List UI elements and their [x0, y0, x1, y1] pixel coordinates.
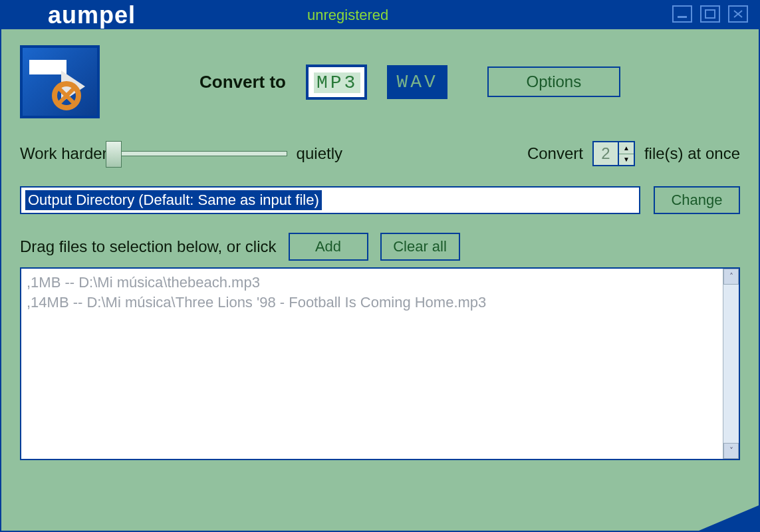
svg-rect-0 — [678, 16, 687, 18]
concurrency-value[interactable] — [594, 142, 618, 165]
format-wav-label: WAV — [394, 72, 440, 92]
priority-right-label: quietly — [297, 144, 342, 163]
format-mp3-button[interactable]: MP3 — [306, 65, 367, 100]
format-wav-button[interactable]: WAV — [387, 65, 447, 99]
concurrency-spinner[interactable]: ▲ ▼ — [592, 141, 635, 166]
scroll-up-button[interactable]: ˄ — [723, 269, 739, 285]
convert-to-label: Convert to — [199, 72, 286, 92]
add-button[interactable]: Add — [289, 233, 368, 261]
spinner-down-button[interactable]: ▼ — [619, 154, 634, 166]
output-directory-field[interactable]: Output Directory (Default: Same as input… — [20, 186, 640, 214]
top-row: Convert to MP3 WAV Options — [20, 45, 740, 118]
concurrency-prefix: Convert — [527, 144, 583, 163]
options-button[interactable]: Options — [487, 66, 620, 97]
app-title: aumpel — [48, 1, 136, 29]
content-area: Convert to MP3 WAV Options Work harder q… — [1, 29, 759, 531]
close-button[interactable] — [728, 5, 748, 23]
priority-slider[interactable] — [117, 151, 287, 156]
app-window: aumpel unregistered Convert to MP3 — [0, 0, 760, 532]
priority-left-label: Work harder — [20, 144, 108, 163]
minimize-button[interactable] — [672, 5, 692, 23]
clear-all-button[interactable]: Clear all — [380, 233, 460, 261]
list-item[interactable]: ,1MB -- D:\Mi música\thebeach.mp3 — [27, 273, 733, 293]
priority-row: Work harder quietly Convert ▲ ▼ file(s) … — [20, 141, 740, 166]
scrollbar[interactable]: ˄ ˅ — [723, 269, 739, 459]
titlebar: aumpel unregistered — [1, 1, 759, 29]
app-logo-icon — [20, 45, 100, 118]
format-mp3-label: MP3 — [313, 71, 360, 93]
file-list[interactable]: ,1MB -- D:\Mi música\thebeach.mp3 ,14MB … — [20, 267, 740, 460]
slider-thumb[interactable] — [106, 141, 122, 168]
spinner-up-button[interactable]: ▲ — [619, 142, 634, 154]
svg-rect-1 — [705, 10, 715, 18]
output-row: Output Directory (Default: Same as input… — [20, 186, 740, 214]
title-status: unregistered — [307, 7, 388, 24]
resize-grip-icon[interactable] — [699, 505, 759, 531]
minimize-icon — [677, 9, 688, 19]
change-button[interactable]: Change — [654, 186, 740, 214]
close-icon — [733, 9, 743, 19]
maximize-button[interactable] — [700, 5, 720, 23]
concurrency-suffix: file(s) at once — [644, 144, 740, 163]
maximize-icon — [705, 9, 715, 19]
scroll-down-button[interactable]: ˅ — [723, 443, 739, 459]
window-controls — [672, 5, 748, 23]
drag-instruction: Drag files to selection below, or click — [20, 237, 277, 256]
output-directory-text: Output Directory (Default: Same as input… — [25, 190, 322, 210]
file-actions-row: Drag files to selection below, or click … — [20, 233, 740, 261]
list-item[interactable]: ,14MB -- D:\Mi música\Three Lions '98 - … — [27, 293, 733, 313]
